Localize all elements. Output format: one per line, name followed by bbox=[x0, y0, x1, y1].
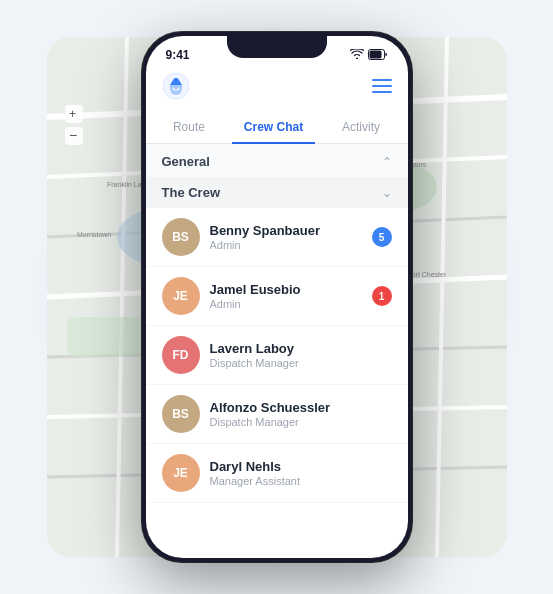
svg-rect-30 bbox=[372, 85, 392, 87]
crew-info: Lavern Laboy Dispatch Manager bbox=[210, 341, 392, 369]
wifi-icon bbox=[350, 49, 364, 61]
svg-text:+: + bbox=[69, 107, 76, 121]
app-logo bbox=[162, 72, 190, 104]
general-section-header[interactable]: General ⌃ bbox=[146, 144, 408, 177]
battery-icon bbox=[368, 49, 388, 62]
hamburger-icon[interactable] bbox=[372, 79, 392, 97]
crew-name: Benny Spanbauer bbox=[210, 223, 362, 238]
svg-rect-31 bbox=[372, 91, 392, 93]
crew-section-header[interactable]: The Crew ⌄ bbox=[146, 177, 408, 208]
svg-rect-27 bbox=[369, 50, 381, 58]
tab-activity[interactable]: Activity bbox=[330, 112, 392, 144]
status-icons bbox=[350, 49, 388, 62]
svg-text:Morristown: Morristown bbox=[77, 231, 111, 238]
crew-info: Jamel Eusebio Admin bbox=[210, 282, 362, 310]
avatar: FD bbox=[162, 336, 200, 374]
list-item[interactable]: BS Benny Spanbauer Admin 5 bbox=[146, 208, 408, 267]
crew-name: Daryl Nehls bbox=[210, 459, 392, 474]
crew-name: Jamel Eusebio bbox=[210, 282, 362, 297]
crew-role: Dispatch Manager bbox=[210, 357, 392, 369]
message-badge: 1 bbox=[372, 286, 392, 306]
crew-chevron-icon: ⌄ bbox=[382, 186, 392, 200]
crew-info: Daryl Nehls Manager Assistant bbox=[210, 459, 392, 487]
list-item[interactable]: BS Alfonzo Schuessler Dispatch Manager bbox=[146, 385, 408, 444]
crew-section-title: The Crew bbox=[162, 185, 221, 200]
tab-route[interactable]: Route bbox=[161, 112, 217, 144]
crew-info: Alfonzo Schuessler Dispatch Manager bbox=[210, 400, 392, 428]
tab-crew-chat[interactable]: Crew Chat bbox=[232, 112, 315, 144]
status-time: 9:41 bbox=[166, 48, 190, 62]
avatar: JE bbox=[162, 454, 200, 492]
crew-name: Lavern Laboy bbox=[210, 341, 392, 356]
crew-role: Admin bbox=[210, 298, 362, 310]
avatar: BS bbox=[162, 395, 200, 433]
svg-rect-29 bbox=[372, 79, 392, 81]
tabs-bar: Route Crew Chat Activity bbox=[146, 112, 408, 144]
list-item[interactable]: FD Lavern Laboy Dispatch Manager bbox=[146, 326, 408, 385]
message-badge: 5 bbox=[372, 227, 392, 247]
svg-text:−: − bbox=[69, 127, 77, 143]
avatar: JE bbox=[162, 277, 200, 315]
phone-notch bbox=[227, 36, 327, 58]
crew-role: Admin bbox=[210, 239, 362, 251]
svg-rect-15 bbox=[67, 317, 147, 357]
general-chevron-icon: ⌃ bbox=[382, 155, 392, 169]
crew-info: Benny Spanbauer Admin bbox=[210, 223, 362, 251]
crew-name: Alfonzo Schuessler bbox=[210, 400, 392, 415]
list-item[interactable]: JE Jamel Eusebio Admin 1 bbox=[146, 267, 408, 326]
phone-frame: 9:41 bbox=[142, 32, 412, 562]
phone-screen: 9:41 bbox=[146, 36, 408, 558]
svg-text:Port Chester: Port Chester bbox=[407, 271, 447, 278]
content-area: General ⌃ The Crew ⌄ BS Benny Spanbauer … bbox=[146, 144, 408, 558]
app-header bbox=[146, 68, 408, 112]
list-item[interactable]: JE Daryl Nehls Manager Assistant bbox=[146, 444, 408, 503]
avatar: BS bbox=[162, 218, 200, 256]
crew-role: Manager Assistant bbox=[210, 475, 392, 487]
crew-role: Dispatch Manager bbox=[210, 416, 392, 428]
general-section-title: General bbox=[162, 154, 210, 169]
